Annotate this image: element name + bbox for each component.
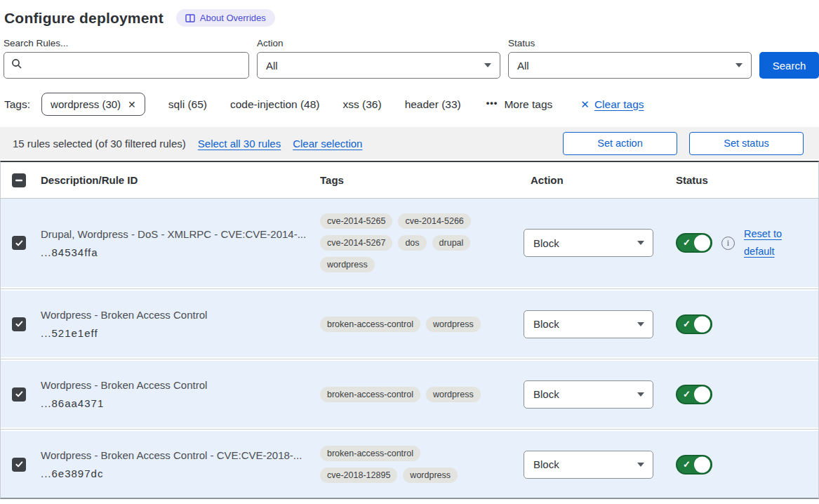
rule-action-select[interactable]: Block bbox=[524, 451, 653, 479]
toggle-check-icon: ✓ bbox=[683, 389, 691, 399]
toggle-check-icon: ✓ bbox=[683, 319, 691, 329]
search-button[interactable]: Search bbox=[759, 52, 819, 79]
rule-tag-pill: broken-access-control bbox=[320, 446, 420, 461]
rule-title: Drupal, Wordpress - DoS - XMLRPC - CVE:C… bbox=[41, 228, 310, 240]
select-all-link[interactable]: Select all 30 rules bbox=[198, 138, 281, 150]
info-icon[interactable]: i bbox=[721, 237, 735, 250]
rule-tag-pill: drupal bbox=[432, 235, 471, 251]
rule-tag-pill: broken-access-control bbox=[320, 387, 420, 402]
close-icon: ✕ bbox=[580, 98, 590, 111]
set-status-button[interactable]: Set status bbox=[689, 132, 804, 155]
action-filter-select[interactable]: All bbox=[257, 52, 500, 79]
chevron-down-icon bbox=[637, 322, 644, 326]
row-checkbox[interactable] bbox=[12, 236, 26, 250]
rule-action-cell: Block bbox=[524, 222, 667, 264]
selected-tag-wordpress[interactable]: wordpress (30) ✕ bbox=[41, 93, 145, 116]
chevron-down-icon bbox=[484, 63, 491, 67]
set-action-button[interactable]: Set action bbox=[563, 132, 677, 155]
column-header-description: Description/Rule ID bbox=[37, 174, 320, 186]
rule-tags-cell: cve-2014-5265cve-2014-5266cve-2014-5267d… bbox=[320, 204, 524, 282]
rule-action-select[interactable]: Block bbox=[524, 380, 653, 409]
rule-action-cell: Block bbox=[524, 373, 667, 416]
rule-action-value: Block bbox=[533, 458, 559, 470]
tag-filter-item[interactable]: sqli (65) bbox=[168, 98, 207, 111]
table-body: Drupal, Wordpress - DoS - XMLRPC - CVE:C… bbox=[1, 199, 818, 498]
reset-to-default-link[interactable]: Reset to default bbox=[744, 225, 789, 260]
row-checkbox-cell bbox=[1, 236, 37, 250]
rule-description-cell: Wordpress - Broken Access Control...86aa… bbox=[37, 366, 320, 422]
clear-tags-link[interactable]: ✕ Clear tags bbox=[580, 98, 644, 111]
rule-tag-pill: wordpress bbox=[320, 257, 375, 272]
rule-description-cell: Wordpress - Broken Access Control...521e… bbox=[37, 296, 320, 352]
rule-action-select[interactable]: Block bbox=[524, 310, 653, 338]
toggle-knob bbox=[694, 386, 710, 402]
row-checkbox[interactable] bbox=[12, 387, 26, 402]
configure-deployment-page: { "page": { "title": "Configure deployme… bbox=[0, 0, 819, 504]
rule-description-cell: Drupal, Wordpress - DoS - XMLRPC - CVE:C… bbox=[37, 215, 320, 271]
rule-action-select[interactable]: Block bbox=[524, 229, 653, 257]
tag-filter-item[interactable]: header (33) bbox=[405, 98, 461, 111]
more-tags-label: More tags bbox=[504, 98, 552, 111]
rule-id: ...6e3897dc bbox=[41, 467, 310, 479]
rule-enabled-toggle[interactable]: ✓ bbox=[676, 233, 712, 253]
status-filter-select[interactable]: All bbox=[508, 52, 752, 79]
rule-title: Wordpress - Broken Access Control - CVE:… bbox=[41, 449, 310, 461]
rule-title: Wordpress - Broken Access Control bbox=[41, 309, 310, 321]
table-header-row: Description/Rule ID Tags Action Status bbox=[1, 162, 818, 199]
rule-title: Wordpress - Broken Access Control bbox=[41, 379, 310, 391]
rule-id: ...84534ffa bbox=[41, 246, 310, 258]
rule-tag-list: broken-access-controlwordpress bbox=[320, 317, 495, 332]
tag-filter-item[interactable]: xss (36) bbox=[343, 98, 382, 111]
tag-filter-item[interactable]: code-injection (48) bbox=[230, 98, 320, 111]
tags-bar-label: Tags: bbox=[4, 98, 30, 111]
rule-id: ...521e1eff bbox=[41, 327, 310, 339]
rule-action-cell: Block bbox=[524, 303, 667, 345]
toggle-knob bbox=[694, 456, 710, 472]
clear-selection-link[interactable]: Clear selection bbox=[293, 138, 362, 150]
table-row: Drupal, Wordpress - DoS - XMLRPC - CVE:C… bbox=[1, 199, 818, 287]
row-checkbox[interactable] bbox=[12, 317, 26, 331]
about-overrides-label: About Overrides bbox=[200, 13, 266, 23]
page-header: Configure deployment About Overrides bbox=[0, 0, 819, 27]
table-row: Wordpress - Broken Access Control...521e… bbox=[1, 291, 818, 357]
rule-tag-pill: dos bbox=[398, 235, 426, 251]
search-icon bbox=[11, 58, 22, 72]
about-overrides-badge[interactable]: About Overrides bbox=[176, 9, 275, 27]
rule-enabled-toggle[interactable]: ✓ bbox=[676, 314, 712, 334]
rule-tags-cell: broken-access-controlwordpress bbox=[320, 377, 524, 412]
clear-tags-label: Clear tags bbox=[594, 98, 644, 111]
chevron-down-icon bbox=[637, 241, 644, 245]
search-rules-input[interactable] bbox=[28, 60, 241, 72]
remove-tag-icon[interactable]: ✕ bbox=[128, 99, 136, 110]
toggle-check-icon: ✓ bbox=[683, 237, 691, 248]
chevron-down-icon bbox=[735, 63, 743, 67]
row-checkbox-cell bbox=[1, 317, 37, 331]
more-tags-button[interactable]: ••• More tags bbox=[486, 98, 553, 111]
selection-summary: 15 rules selected (of 30 filtered rules) bbox=[13, 138, 186, 150]
select-all-checkbox[interactable] bbox=[12, 173, 26, 187]
rule-action-cell: Block bbox=[524, 444, 667, 486]
toggle-knob bbox=[694, 316, 710, 332]
rule-tag-list: cve-2014-5265cve-2014-5266cve-2014-5267d… bbox=[320, 213, 495, 272]
chevron-down-icon bbox=[637, 392, 644, 397]
rule-enabled-toggle[interactable]: ✓ bbox=[676, 385, 712, 404]
rule-enabled-toggle[interactable]: ✓ bbox=[676, 455, 712, 475]
chevron-down-icon bbox=[637, 463, 644, 467]
toggle-check-icon: ✓ bbox=[683, 459, 691, 470]
row-checkbox-cell bbox=[1, 458, 37, 472]
rule-description-cell: Wordpress - Broken Access Control - CVE:… bbox=[37, 437, 320, 492]
rule-tag-list: broken-access-controlcve-2018-12895wordp… bbox=[320, 446, 495, 483]
status-filter-label: Status bbox=[508, 38, 752, 48]
row-checkbox[interactable] bbox=[12, 458, 26, 472]
search-rules-label: Search Rules... bbox=[4, 38, 249, 48]
rule-action-value: Block bbox=[533, 237, 559, 249]
row-checkbox-cell bbox=[1, 387, 37, 402]
status-filter-value: All bbox=[517, 60, 529, 72]
rule-status-cell: ✓ bbox=[667, 455, 818, 475]
rule-tag-pill: cve-2014-5267 bbox=[320, 235, 392, 251]
rule-tag-pill: wordpress bbox=[426, 317, 481, 332]
toggle-knob bbox=[694, 235, 710, 251]
table-row: Wordpress - Broken Access Control - CVE:… bbox=[1, 431, 818, 498]
rule-tag-pill: broken-access-control bbox=[320, 317, 420, 332]
filters-row: Search Rules... Action All Status All Se… bbox=[0, 27, 819, 79]
